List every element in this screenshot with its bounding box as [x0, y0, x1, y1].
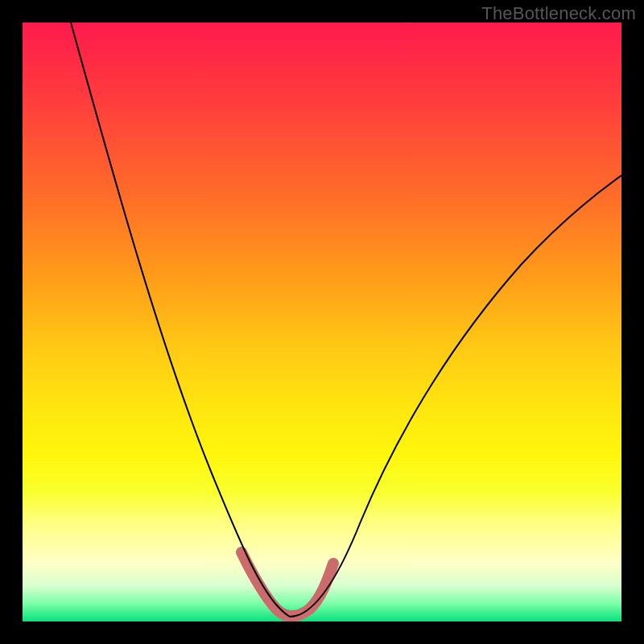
- plot-area: [23, 23, 621, 621]
- curve-highlight: [242, 552, 333, 616]
- watermark-text: TheBottleneck.com: [481, 3, 636, 24]
- chart-svg: [23, 23, 621, 621]
- curve-main: [71, 23, 621, 617]
- chart-frame: TheBottleneck.com: [0, 0, 644, 644]
